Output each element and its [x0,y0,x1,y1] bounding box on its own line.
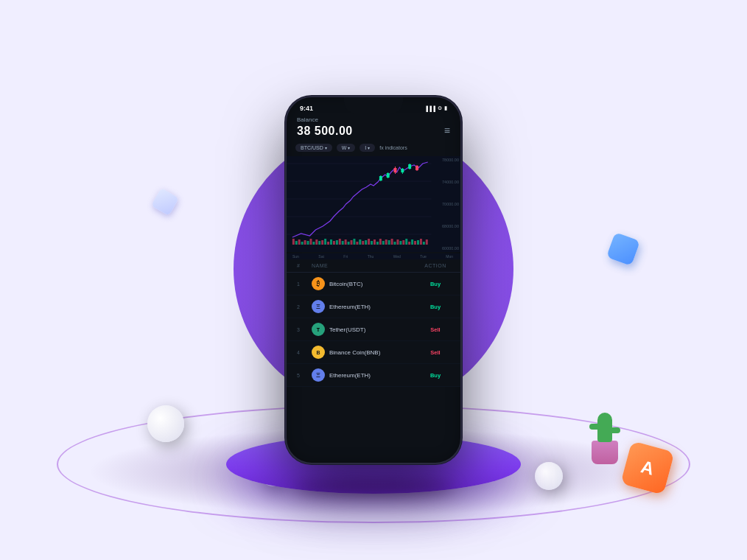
y-label-2: 74000.00 [442,180,459,184]
blue-cube [606,232,640,266]
table-row[interactable]: 5 Ξ Ethereum(ETH) Buy [287,364,460,387]
svg-rect-55 [387,173,390,178]
svg-rect-20 [336,240,338,245]
svg-rect-12 [312,242,315,245]
row-num: 2 [297,304,312,309]
svg-rect-47 [414,241,416,245]
menu-icon[interactable]: ≡ [444,125,450,136]
svg-rect-44 [405,239,407,245]
balance-section: Balance 38 500.00 [297,116,353,138]
svg-rect-37 [385,239,387,245]
type-selector[interactable]: I ▾ [360,144,375,152]
svg-rect-50 [423,242,425,245]
phone: 9:41 ▐▐▐ ⊙ ▮ Balance 38 500.00 ≡ BTC/USD [285,96,462,464]
svg-rect-51 [426,239,428,245]
indicators-btn[interactable]: fx indicators [379,145,407,150]
table-row[interactable]: 3 T Tether(USDT) Sell [287,318,460,341]
coin-icon-btc: ₿ [312,277,325,290]
coin-icon-eth: Ξ [312,300,325,313]
pair-label: BTC/USD [301,145,323,150]
small-cube [151,188,179,216]
phone-wrapper: 9:41 ▐▐▐ ⊙ ▮ Balance 38 500.00 ≡ BTC/USD [285,96,462,464]
svg-rect-7 [298,239,301,245]
signal-icon: ▐▐▐ [424,106,435,111]
x-label-wed: Wed [393,254,401,259]
svg-rect-36 [382,241,385,245]
svg-rect-25 [351,240,353,245]
action-buy[interactable]: Buy [421,372,450,379]
svg-rect-22 [342,241,344,245]
svg-rect-29 [362,241,364,245]
coin-name: Ethereum(ETH) [329,304,421,310]
row-num: 4 [297,350,312,355]
x-label-mon: Mon [446,254,453,259]
svg-rect-43 [402,240,404,245]
svg-rect-24 [348,242,350,245]
svg-rect-34 [376,242,379,245]
svg-rect-16 [324,239,326,245]
coin-name: Ethereum(ETH) [329,372,421,379]
candlestick-chart [287,156,460,252]
y-label-4: 68000.00 [442,224,459,228]
svg-rect-48 [417,240,419,245]
svg-rect-61 [408,164,411,169]
x-label-thu: Thu [368,254,374,259]
action-sell[interactable]: Sell [421,326,450,333]
svg-rect-39 [391,239,393,245]
svg-rect-49 [420,239,422,245]
svg-rect-6 [295,241,298,245]
coin-name: Bitcoin(BTC) [329,281,421,287]
svg-rect-13 [315,239,318,245]
action-buy[interactable]: Buy [421,304,450,310]
balance-amount: 38 500.00 [297,125,353,138]
svg-rect-30 [365,240,367,245]
phone-shadow [292,480,455,495]
coin-icon-bnb: B [312,346,325,359]
cactus-arm-right [611,427,620,433]
row-num: 5 [297,373,312,378]
th-name: NAME [312,263,421,268]
status-time: 9:41 [300,105,313,112]
y-label-1: 78000.00 [442,158,459,162]
chart-y-labels: 78000.00 74000.00 70000.00 68000.00 6000… [442,156,459,252]
y-label-5: 60000.00 [442,246,459,251]
svg-rect-27 [356,242,358,245]
th-num: # [297,263,312,268]
cactus-pot [592,441,618,464]
type-label: I [365,145,366,150]
svg-rect-46 [411,239,413,245]
y-label-3: 70000.00 [442,202,459,206]
svg-rect-15 [321,240,323,245]
fx-label: fx indicators [379,145,407,150]
row-num: 1 [297,281,312,287]
chart-area: 78000.00 74000.00 70000.00 68000.00 6000… [287,156,460,252]
sphere-1 [147,405,184,442]
svg-rect-8 [301,242,304,245]
svg-rect-35 [379,239,382,245]
pair-selector[interactable]: BTC/USD ▾ [295,144,332,152]
svg-rect-31 [368,239,370,245]
svg-rect-11 [309,239,312,245]
wifi-icon: ⊙ [438,105,442,111]
svg-rect-28 [359,239,361,245]
app-header: Balance 38 500.00 ≡ [287,112,460,141]
x-label-sun: Sun [292,254,299,259]
table-row[interactable]: 4 B Binance Coin(BNB) Sell [287,341,460,364]
svg-rect-5 [292,239,295,245]
coin-name: Tether(USDT) [329,326,421,333]
svg-rect-32 [371,241,373,245]
table-row[interactable]: 1 ₿ Bitcoin(BTC) Buy [287,273,460,295]
svg-rect-21 [339,239,341,245]
svg-rect-9 [304,240,306,245]
action-buy[interactable]: Buy [421,281,450,287]
svg-rect-33 [374,239,376,245]
svg-rect-10 [307,241,309,245]
table-row[interactable]: 2 Ξ Ethereum(ETH) Buy [287,295,460,318]
th-action: ACTION [421,263,450,268]
battery-icon: ▮ [444,105,447,111]
interval-label: W [342,145,347,150]
action-sell[interactable]: Sell [421,349,450,356]
interval-selector[interactable]: W ▾ [337,144,356,152]
svg-rect-63 [415,166,418,170]
x-label-tue: Tue [420,254,426,259]
